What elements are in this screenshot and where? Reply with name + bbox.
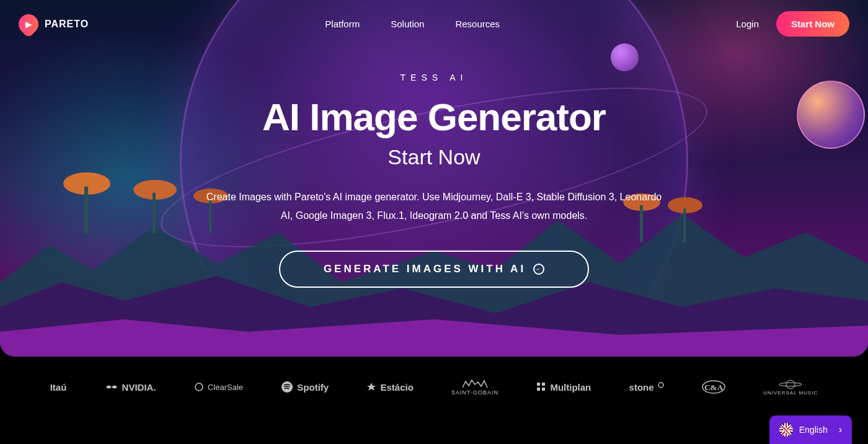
logo-saint-gobain: SAINT-GOBAIN (451, 378, 498, 396)
arrow-right-icon: → (533, 264, 544, 275)
hero-content: TESS AI AI Image Generator Start Now Cre… (0, 48, 868, 288)
logo-clearsale: ClearSale (194, 382, 243, 392)
hero-title: AI Image Generator (0, 95, 868, 139)
main-nav: Platform Solution Resources (325, 19, 500, 29)
nav-resources[interactable]: Resources (455, 19, 500, 29)
logo-cea: C&A (702, 380, 725, 394)
hero-description: Create Images with Pareto's AI image gen… (202, 188, 666, 226)
hero-section: ▶ PARETO Platform Solution Resources Log… (0, 0, 868, 357)
language-selector[interactable]: English › (769, 415, 852, 444)
svg-rect-14 (537, 388, 540, 391)
chevron-right-icon: › (839, 424, 842, 435)
nav-solution[interactable]: Solution (391, 19, 424, 29)
logo[interactable]: ▶ PARETO (19, 14, 89, 34)
nav-platform[interactable]: Platform (325, 19, 360, 29)
svg-point-11 (281, 381, 293, 393)
logo-stone: stone (629, 382, 664, 393)
svg-point-16 (658, 383, 663, 388)
logo-icon: ▶ (14, 10, 42, 38)
generate-images-button[interactable]: GENERATE IMAGES WITH AI → (279, 251, 589, 288)
svg-rect-12 (537, 383, 540, 386)
logo-estacio: Estácio (366, 382, 413, 393)
svg-rect-15 (542, 388, 545, 391)
hero-eyebrow: TESS AI (0, 73, 868, 82)
logo-itau: Itaú (50, 382, 67, 393)
hero-subtitle: Start Now (0, 145, 868, 169)
svg-text:C&A: C&A (704, 383, 723, 392)
svg-rect-13 (542, 383, 545, 386)
header-right: Login Start Now (736, 11, 849, 37)
uk-flag-icon (779, 423, 793, 437)
cta-label: GENERATE IMAGES WITH AI (324, 263, 526, 275)
svg-point-10 (195, 383, 203, 391)
partner-logos: Itaú NVIDIA. ClearSale Spotify Estácio S… (0, 357, 868, 417)
logo-universal: UNIVERSAL MUSIC (763, 379, 818, 396)
svg-point-20 (779, 383, 802, 386)
login-link[interactable]: Login (736, 19, 759, 29)
start-now-button[interactable]: Start Now (776, 11, 849, 37)
logo-text: PARETO (45, 19, 89, 30)
language-label: English (799, 425, 828, 435)
header: ▶ PARETO Platform Solution Resources Log… (0, 0, 868, 48)
logo-nvidia: NVIDIA. (105, 382, 156, 393)
svg-point-19 (786, 380, 795, 389)
logo-multiplan: Multiplan (536, 382, 591, 393)
logo-spotify: Spotify (281, 381, 329, 393)
